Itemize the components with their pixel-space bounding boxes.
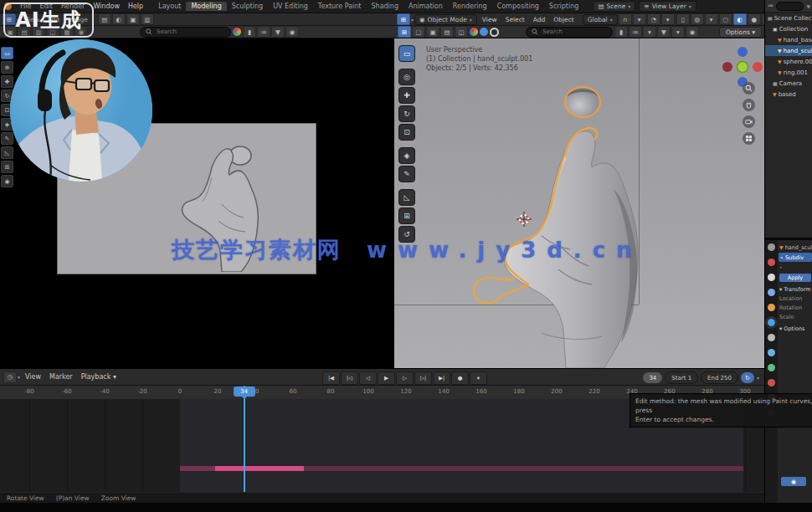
scene-selector[interactable]: ▤Scene▾ (593, 1, 635, 12)
search-input[interactable] (541, 28, 603, 36)
outliner-search[interactable] (776, 2, 804, 11)
menu-help[interactable]: Help (124, 2, 147, 11)
list-dropdown-icon[interactable]: ▾ (643, 26, 656, 38)
proportional-editing-icon[interactable]: ◔ (647, 13, 660, 25)
tl-menu-marker[interactable]: Marker (45, 372, 77, 381)
next-keyframe-button[interactable]: ▷| (414, 371, 432, 385)
tool-tab[interactable] (768, 243, 775, 251)
measure-tool[interactable]: ◺ (1, 146, 13, 159)
playhead-badge[interactable]: 34 (234, 387, 255, 397)
tab-rendering[interactable]: Rendering (448, 2, 492, 11)
outliner-row-sphere[interactable]: ▼sphere.001 (765, 56, 812, 67)
move-tool[interactable]: ✚ (1, 75, 13, 88)
viewport-3d[interactable]: ▭◎✚↻⊡◈✎◺⊞↺ User Perspective (1) Collecti… (394, 38, 764, 368)
camera-view-icon[interactable] (743, 115, 755, 128)
image-new-icon[interactable]: ▣ (126, 13, 140, 25)
options-section-header[interactable]: ▾ Options (778, 324, 812, 333)
keying-dropdown-button[interactable]: ▾ (470, 371, 487, 385)
active-tool-icon[interactable]: ⊞ (398, 26, 411, 38)
tab-scripting[interactable]: Scripting (544, 2, 584, 11)
transform-tool[interactable]: ◈ (398, 147, 415, 164)
view-layer-selector[interactable]: ≡View Layer▾ (639, 1, 696, 12)
view-layer-tab[interactable] (768, 289, 775, 296)
object-tab[interactable] (768, 319, 775, 326)
add-cube-tool[interactable]: ⊞ (398, 207, 415, 224)
image-open-icon[interactable]: ▥ (141, 13, 154, 25)
jump-to-end-button[interactable]: ▶| (433, 371, 450, 385)
search-field[interactable] (526, 27, 613, 38)
tab-shading[interactable]: Shading (366, 2, 403, 11)
cursor-tool[interactable]: ⊕ (1, 61, 13, 74)
proportional-dropdown-icon[interactable]: ▾ (661, 13, 675, 25)
outliner-row-collection[interactable]: ▣Collection (765, 23, 812, 34)
outliner-row-scene-collection[interactable]: ▤Scene Collection (765, 13, 812, 23)
filter-icon[interactable]: ▼ (271, 26, 285, 38)
prev-frame-button[interactable]: ◁ (359, 371, 377, 385)
play-button[interactable]: ▶ (378, 371, 395, 385)
select-box-tool[interactable]: ▭ (1, 47, 13, 59)
tl-menu-view[interactable]: View (21, 372, 45, 381)
image-pin-icon[interactable]: ▤ (98, 13, 111, 25)
frame-end-field[interactable]: End 250 (701, 371, 738, 384)
annotate-tool[interactable]: ✎ (398, 166, 415, 182)
settings-icon[interactable]: ◉ (285, 26, 299, 38)
prev-keyframe-button[interactable]: |◁ (341, 371, 358, 385)
tab-texture-paint[interactable]: Texture Paint (313, 2, 367, 11)
display-mode-icon[interactable]: ▮ (614, 26, 628, 38)
show-overlays-icon[interactable]: ◍ (691, 13, 704, 25)
next-frame-button[interactable]: ▷ (396, 371, 414, 385)
world-tab[interactable] (768, 304, 775, 311)
frame-start-field[interactable]: Start 1 (665, 371, 698, 384)
vp-menu-object[interactable]: Object (549, 15, 578, 24)
snap-dropdown-icon[interactable]: ▾ (633, 13, 646, 25)
spin-tool[interactable]: ◉ (1, 175, 13, 187)
display-mode-icon[interactable]: ▮ (243, 26, 256, 38)
list-view-icon[interactable]: ≔ (629, 26, 642, 38)
annotate-tool[interactable]: ✎ (1, 132, 13, 145)
keyframe-strip[interactable] (180, 466, 215, 471)
blue-sphere-icon[interactable] (480, 28, 488, 36)
modifier-row[interactable]: ⌁Subdiv (779, 253, 812, 262)
shading-material-icon[interactable]: ● (748, 13, 761, 25)
tab-sculpting[interactable]: Sculpting (227, 2, 268, 11)
search-input[interactable] (155, 28, 217, 36)
filter-icon[interactable]: ▼ (657, 26, 671, 38)
options-button[interactable]: Options ▾ (719, 27, 762, 38)
current-frame-field[interactable]: 34 (643, 372, 662, 383)
render-tab[interactable] (768, 259, 775, 266)
white-ring-icon[interactable] (490, 28, 499, 37)
keyframe-strip[interactable] (304, 466, 743, 471)
zoom-icon[interactable] (743, 82, 755, 95)
vp-menu-select[interactable]: Select (501, 15, 529, 24)
outliner-editor-icon[interactable]: ≔ (768, 3, 773, 9)
outliner-row-hand-sculpt[interactable]: ▼hand_sculpt (765, 45, 812, 56)
options-toggle[interactable]: ◉ (781, 477, 806, 486)
shading-wireframe-icon[interactable]: ○ (719, 13, 732, 25)
scale-tool[interactable]: ⊡ (398, 124, 415, 141)
tab-uv-editing[interactable]: UV Editing (268, 2, 313, 11)
orientation-dropdown[interactable]: Global▾ (583, 14, 618, 25)
modifiers-tab[interactable] (768, 334, 775, 341)
tab-animation[interactable]: Animation (403, 2, 448, 11)
tool-icon-c[interactable]: ▤ (440, 26, 454, 38)
navigation-gizmo[interactable] (719, 44, 764, 94)
jump-to-start-button[interactable]: |◀ (322, 371, 340, 385)
outliner-row-hand-base[interactable]: ▼hand_base (765, 34, 812, 45)
outliner-row-ring[interactable]: ▼ring.001 (765, 67, 812, 78)
menu-window[interactable]: Window (89, 2, 124, 11)
list-view-icon[interactable]: ≔ (257, 26, 270, 38)
keyframe-strip[interactable] (215, 466, 304, 471)
timeline-editor-icon[interactable]: ◷ (3, 371, 17, 383)
rotate-tool[interactable]: ↻ (398, 105, 415, 122)
editor-type-icon[interactable]: ⊞ (397, 13, 410, 25)
overlays-dropdown-icon[interactable]: ▾ (705, 13, 718, 25)
shading-solid-icon[interactable]: ◐ (733, 13, 747, 25)
filter-funnel-icon[interactable]: ▼ (806, 3, 810, 9)
snap-magnet-icon[interactable]: ∩ (619, 13, 632, 25)
outliner-row-camera[interactable]: ▦Camera (765, 78, 812, 89)
color-wheel-icon[interactable] (470, 28, 478, 36)
move-tool[interactable]: ✚ (398, 87, 415, 104)
tool-icon-d[interactable]: ◫ (455, 26, 468, 38)
settings-icon[interactable]: ◉ (686, 26, 699, 38)
object-name-row[interactable]: ▼hand_sculpt (778, 243, 812, 252)
